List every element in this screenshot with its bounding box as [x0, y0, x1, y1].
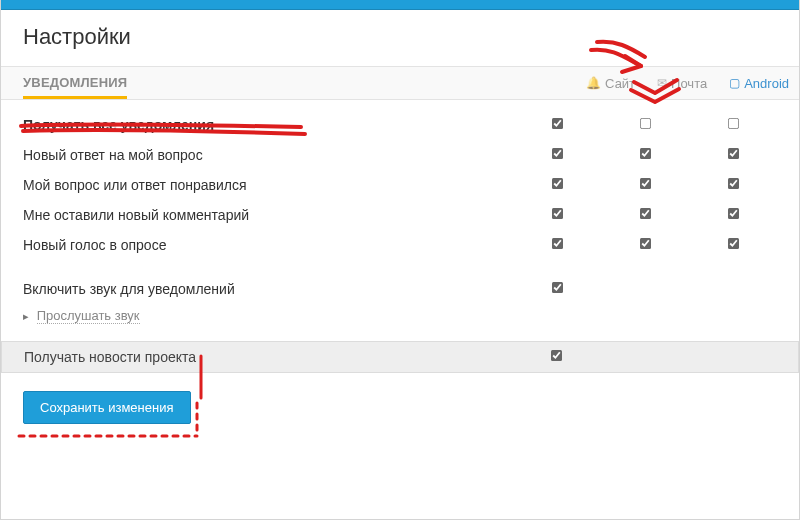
checkbox-all-android[interactable] — [727, 118, 738, 129]
row-label: Мой вопрос или ответ понравился — [23, 177, 513, 193]
channel-android-label: Android — [744, 76, 789, 91]
channel-mail-label: Почта — [671, 76, 707, 91]
checkbox-liked-site[interactable] — [551, 178, 562, 189]
row-news: Получать новости проекта — [1, 341, 799, 373]
row-label: Новый ответ на мой вопрос — [23, 147, 513, 163]
row-label: Включить звук для уведомлений — [23, 281, 513, 297]
checkbox-news[interactable] — [550, 350, 561, 361]
checkbox-comment-mail[interactable] — [639, 208, 650, 219]
channels-header: 🔔 Сайт ✉ Почта ▢ Android — [586, 76, 789, 91]
checkbox-liked-mail[interactable] — [639, 178, 650, 189]
envelope-icon: ✉ — [657, 76, 667, 90]
triangle-play-icon: ▸ — [23, 310, 29, 322]
checkbox-sound[interactable] — [551, 282, 562, 293]
checkbox-all-mail[interactable] — [639, 118, 650, 129]
tab-bar: УВЕДОМЛЕНИЯ 🔔 Сайт ✉ Почта ▢ Android — [1, 66, 799, 100]
checkbox-reply-mail[interactable] — [639, 148, 650, 159]
row-comment: Мне оставили новый комментарий — [23, 200, 777, 230]
tab-notifications[interactable]: УВЕДОМЛЕНИЯ — [23, 75, 127, 99]
bell-icon: 🔔 — [586, 76, 601, 90]
channel-site-label: Сайт — [605, 76, 635, 91]
channel-android[interactable]: ▢ Android — [729, 76, 789, 91]
checkbox-liked-android[interactable] — [727, 178, 738, 189]
row-label: Мне оставили новый комментарий — [23, 207, 513, 223]
page-title: Настройки — [1, 10, 799, 66]
listen-sound-label: Прослушать звук — [37, 308, 140, 324]
checkbox-comment-site[interactable] — [551, 208, 562, 219]
row-label: Получать все уведомления — [23, 117, 513, 133]
checkbox-reply-android[interactable] — [727, 148, 738, 159]
row-all-notifications: Получать все уведомления — [23, 110, 777, 140]
row-vote: Новый голос в опросе — [23, 230, 777, 260]
topbar — [1, 0, 799, 10]
save-button[interactable]: Сохранить изменения — [23, 391, 191, 424]
channel-mail: ✉ Почта — [657, 76, 707, 91]
row-sound: Включить звук для уведомлений — [23, 274, 777, 304]
row-reply: Новый ответ на мой вопрос — [23, 140, 777, 170]
row-liked: Мой вопрос или ответ понравился — [23, 170, 777, 200]
checkbox-all-site[interactable] — [551, 118, 562, 129]
row-label: Получать новости проекта — [24, 349, 512, 365]
checkbox-vote-site[interactable] — [551, 238, 562, 249]
checkbox-comment-android[interactable] — [727, 208, 738, 219]
settings-panel: Настройки УВЕДОМЛЕНИЯ 🔔 Сайт ✉ Почта ▢ A… — [0, 0, 800, 520]
actions-bar: Сохранить изменения — [1, 373, 799, 442]
row-label: Новый голос в опросе — [23, 237, 513, 253]
notifications-grid: Получать все уведомления Новый ответ на … — [1, 100, 799, 373]
listen-sound-link[interactable]: ▸ Прослушать звук — [23, 308, 777, 323]
checkbox-vote-mail[interactable] — [639, 238, 650, 249]
checkbox-reply-site[interactable] — [551, 148, 562, 159]
checkbox-vote-android[interactable] — [727, 238, 738, 249]
android-icon: ▢ — [729, 76, 740, 90]
channel-site: 🔔 Сайт — [586, 76, 635, 91]
